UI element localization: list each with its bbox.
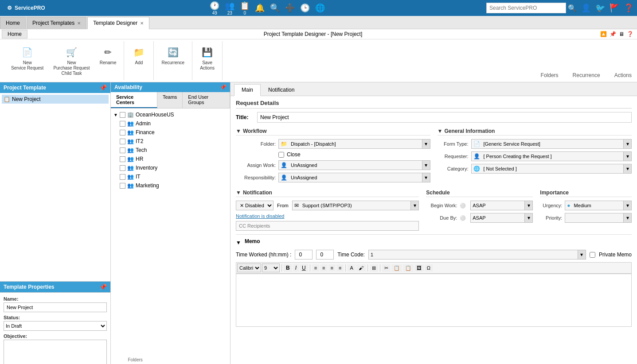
- folder-dropdown-btn[interactable]: ▾: [422, 139, 430, 148]
- begin-work-btn[interactable]: ▾: [524, 201, 532, 210]
- align-left-button[interactable]: ≡: [312, 264, 319, 271]
- assign-work-dropdown-btn[interactable]: ▾: [422, 161, 430, 170]
- help-icon[interactable]: ❓: [624, 3, 633, 13]
- new-service-request-button[interactable]: 📄 NewService Request: [7, 43, 47, 73]
- topbar-btn-bell[interactable]: 🔔: [255, 3, 265, 13]
- font-select[interactable]: Calibri: [237, 263, 261, 272]
- tab-service-centers[interactable]: Service Centers: [111, 92, 157, 108]
- special-button[interactable]: Ω: [425, 264, 433, 271]
- topbar-btn-tasks[interactable]: 📋 0: [240, 1, 250, 15]
- priority-btn[interactable]: ▾: [623, 213, 631, 222]
- app-logo[interactable]: ⚙ ServicePRO: [4, 3, 49, 13]
- notif-from-btn[interactable]: ▾: [410, 201, 418, 210]
- pin-availability-btn[interactable]: 📌: [220, 84, 227, 90]
- italic-button[interactable]: I: [293, 264, 299, 272]
- time-worked-m-input[interactable]: [316, 250, 334, 259]
- search-input[interactable]: [486, 3, 566, 13]
- urgency-btn[interactable]: ▾: [623, 201, 631, 210]
- form-tab-notification[interactable]: Notification: [261, 84, 302, 96]
- tab-teams[interactable]: Teams: [157, 92, 183, 108]
- notif-status-select[interactable]: ✕ Disabled Enabled: [236, 201, 274, 210]
- topbar-btn-clock[interactable]: 🕐 49: [210, 1, 219, 15]
- name-prop-input[interactable]: [4, 302, 107, 312]
- begin-work-dropdown[interactable]: ASAP ▾: [470, 201, 533, 210]
- checkbox-tech[interactable]: [120, 147, 125, 153]
- font-size-select[interactable]: 9: [262, 263, 280, 272]
- cut-button[interactable]: ✂: [382, 264, 391, 272]
- pin-icon[interactable]: 📌: [610, 31, 616, 37]
- tab-project-templates-close[interactable]: ✕: [77, 21, 81, 26]
- responsibility-dropdown[interactable]: 👤 UnAssigned ▾: [278, 173, 430, 182]
- twitter-icon[interactable]: 🐦: [595, 3, 605, 13]
- checkbox-oceanhouseus[interactable]: [120, 112, 125, 118]
- tab-template-designer-close[interactable]: ✕: [140, 21, 144, 26]
- avail-item-tech[interactable]: 👥 Tech: [113, 146, 228, 155]
- objective-prop-textarea[interactable]: [4, 340, 107, 364]
- tab-template-designer[interactable]: Template Designer ✕: [87, 17, 149, 29]
- priority-dropdown[interactable]: ▾: [565, 213, 632, 223]
- align-center-button[interactable]: ≡: [320, 264, 327, 271]
- highlight-button[interactable]: 🖌: [356, 264, 366, 271]
- topbar-btn-recents[interactable]: 🕒: [300, 3, 310, 13]
- align-right-button[interactable]: ≡: [328, 264, 336, 271]
- notif-from-dropdown[interactable]: ✉ Support (SMTP/POP3) ▾: [292, 201, 419, 210]
- time-code-dropdown[interactable]: 1 ▾: [368, 250, 586, 259]
- memo-collapse-icon[interactable]: ▼: [236, 240, 241, 246]
- due-by-btn[interactable]: ▾: [524, 213, 532, 222]
- urgency-dropdown[interactable]: ● Medium ▾: [565, 201, 632, 210]
- memo-body[interactable]: [236, 274, 632, 327]
- topbar-btn-users[interactable]: 👥 23: [225, 1, 234, 15]
- avail-item-inventory[interactable]: 👥 Inventory: [113, 163, 228, 172]
- pin-left-panel-btn[interactable]: 📌: [99, 84, 107, 91]
- time-code-btn[interactable]: ▾: [578, 250, 586, 259]
- save-actions-button[interactable]: 💾 SaveActions: [196, 43, 219, 73]
- category-dropdown-btn[interactable]: ▾: [623, 164, 631, 173]
- responsibility-dropdown-btn[interactable]: ▾: [422, 173, 430, 182]
- notification-collapse-icon[interactable]: ▼: [236, 190, 241, 196]
- general-info-collapse-icon[interactable]: ▼: [438, 128, 443, 134]
- avail-item-it[interactable]: 👥 IT: [113, 172, 228, 181]
- due-by-dropdown[interactable]: ASAP ▾: [470, 213, 533, 223]
- search-icon[interactable]: 🔍: [568, 4, 577, 12]
- workflow-collapse-icon[interactable]: ▼: [236, 128, 241, 134]
- topbar-btn-nav[interactable]: 🌐: [315, 3, 325, 13]
- status-prop-select[interactable]: In Draft Active Inactive: [4, 321, 107, 331]
- align-justify-button[interactable]: ≡: [336, 264, 344, 271]
- checkbox-it2[interactable]: [120, 139, 125, 144]
- tab-project-templates[interactable]: Project Templates ✕: [27, 17, 86, 29]
- checkbox-hr[interactable]: [120, 156, 125, 162]
- image-button[interactable]: 🖼: [414, 264, 424, 271]
- topbar-btn-search2[interactable]: 🔍: [270, 3, 280, 13]
- assign-work-dropdown[interactable]: 👤 UnAssigned ▾: [278, 160, 430, 170]
- checkbox-inventory[interactable]: [120, 165, 125, 171]
- requester-dropdown[interactable]: 👤 [ Person Creating the Request ] ▾: [471, 151, 632, 161]
- avail-item-admin[interactable]: 👥 Admin: [113, 119, 228, 128]
- bold-button[interactable]: B: [284, 264, 292, 272]
- checkbox-finance[interactable]: [120, 130, 125, 136]
- font-color-button[interactable]: A: [348, 264, 355, 271]
- topbar-btn-add[interactable]: ➕: [285, 3, 295, 13]
- user-icon[interactable]: 👤: [581, 3, 591, 13]
- flag-icon[interactable]: 🚩: [610, 3, 619, 13]
- requester-dropdown-btn[interactable]: ▾: [623, 152, 631, 161]
- copy-button[interactable]: 📋: [391, 264, 402, 272]
- form-type-dropdown-btn[interactable]: ▾: [623, 139, 631, 148]
- new-purchase-request-button[interactable]: 🛒 NewPurchase RequestChild Task: [49, 43, 94, 78]
- checkbox-it[interactable]: [120, 174, 125, 180]
- tab-end-user-groups[interactable]: End User Groups: [183, 92, 230, 108]
- paste-button[interactable]: 📋: [403, 264, 414, 272]
- tree-item-new-project[interactable]: 📋 New Project: [2, 95, 109, 104]
- folder-dropdown[interactable]: 📁 Dispatch - [Dispatch] ▾: [278, 139, 430, 149]
- checkbox-admin[interactable]: [120, 121, 125, 127]
- help-ribbon-icon[interactable]: ❓: [627, 31, 633, 37]
- avail-item-hr[interactable]: 👥 HR: [113, 155, 228, 163]
- collapse-icon[interactable]: 🔼: [600, 31, 607, 37]
- form-type-dropdown[interactable]: 📄 [Generic Service Request] ▾: [471, 139, 632, 149]
- tab-home[interactable]: Home: [0, 17, 26, 29]
- rename-button[interactable]: ✏ Rename: [96, 43, 121, 68]
- form-tab-main[interactable]: Main: [234, 84, 261, 96]
- avail-item-marketing[interactable]: 👥 Marketing: [113, 181, 228, 190]
- table-button[interactable]: ⊞: [370, 264, 378, 272]
- category-dropdown[interactable]: 🌐 [ Not Selected ] ▾: [471, 164, 632, 174]
- avail-item-finance[interactable]: 👥 Finance: [113, 128, 228, 137]
